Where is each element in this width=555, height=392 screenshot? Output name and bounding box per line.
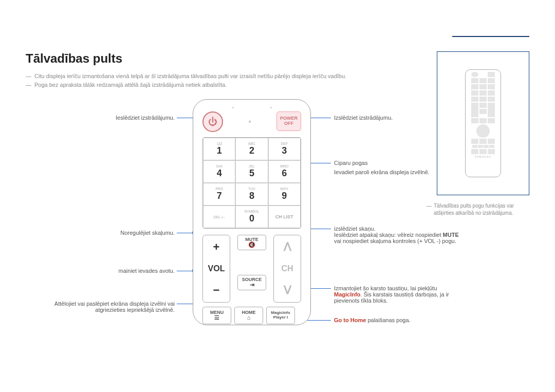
remote-illustration: ⏻ • POWER OFF .QZ1 ABC2 DEF3 GHI4 JKL5 M… bbox=[193, 99, 311, 325]
intro-line1: Citu displeja ierīču izmantošana vienā t… bbox=[34, 72, 346, 81]
num-7-button[interactable]: PRS7 bbox=[203, 183, 235, 206]
mute-icon: 🔇 bbox=[248, 242, 255, 248]
num-0-button[interactable]: SYMBOL0 bbox=[235, 206, 268, 228]
dpad-icon bbox=[476, 124, 490, 138]
power-on-button[interactable]: ⏻ bbox=[202, 111, 223, 132]
leader-line bbox=[177, 233, 192, 233]
zoom-panel: SAMSUNG bbox=[437, 51, 529, 195]
mute-button[interactable]: MUTE 🔇 bbox=[237, 235, 266, 250]
del-button[interactable]: DEL-/-- bbox=[203, 206, 235, 228]
home-button[interactable]: HOME ⌂ bbox=[234, 307, 263, 324]
num-8-button[interactable]: TUV8 bbox=[235, 183, 268, 206]
num-4-button[interactable]: GHI4 bbox=[203, 160, 235, 183]
volume-down-icon: − bbox=[213, 284, 220, 297]
home-icon: ⌂ bbox=[247, 315, 251, 321]
num-9-button[interactable]: WXY9 bbox=[268, 183, 301, 206]
label-home: Go to Home palaišanas poga. bbox=[334, 317, 468, 323]
volume-up-icon: + bbox=[213, 240, 220, 254]
chlist-button[interactable]: CH LIST bbox=[268, 206, 301, 228]
num-6-button[interactable]: MNO6 bbox=[268, 160, 301, 183]
source-button[interactable]: SOURCE ⇥ bbox=[237, 275, 266, 290]
menu-button[interactable]: MENU ☰ bbox=[202, 307, 231, 324]
menu-icon: ☰ bbox=[214, 315, 219, 321]
num-5-button[interactable]: JKL5 bbox=[235, 160, 268, 183]
power-off-button[interactable]: POWER OFF bbox=[276, 111, 301, 131]
channel-rocker[interactable]: ᐱ CH ᐯ bbox=[273, 235, 301, 303]
num-2-button[interactable]: ABC2 bbox=[235, 138, 268, 160]
source-icon: ⇥ bbox=[250, 282, 254, 288]
number-pad: .QZ1 ABC2 DEF3 GHI4 JKL5 MNO6 PRS7 TUV8 … bbox=[202, 137, 301, 229]
label-mute: izslēdziet skaņu. Ieslēdziet atpakaļ ska… bbox=[334, 226, 498, 244]
label-power-on: Ieslēdziet izstrādājumu. bbox=[41, 115, 175, 121]
magicinfo-button[interactable]: MagicInfo Player I bbox=[266, 307, 295, 324]
top-rule bbox=[452, 36, 529, 37]
side-note: ―Tālvadības pults pogu funkcijas var atš… bbox=[427, 202, 519, 217]
brand-label: SAMSUNG bbox=[475, 155, 491, 158]
mini-remote-illustration: SAMSUNG bbox=[465, 69, 501, 177]
leader-line bbox=[177, 271, 192, 271]
intro-line2: Poga bez apraksta tālāk redzamajā attēlā… bbox=[34, 81, 227, 89]
led-icon: • bbox=[245, 111, 255, 132]
label-menu: Attēlojiet vai paslēpiet ekrāna displeja… bbox=[41, 301, 175, 313]
num-1-button[interactable]: .QZ1 bbox=[203, 138, 235, 160]
label-magicinfo: Izmantojiet šo karsto taustiņu, lai piek… bbox=[334, 285, 498, 304]
num-3-button[interactable]: DEF3 bbox=[268, 138, 301, 160]
label-source: mainiet ievades avotu. bbox=[41, 268, 175, 274]
chevron-up-icon: ᐱ bbox=[284, 240, 291, 254]
chevron-down-icon: ᐯ bbox=[284, 284, 291, 297]
label-volume: Noregulējiet skaļumu. bbox=[41, 230, 175, 236]
volume-rocker[interactable]: + VOL − bbox=[202, 235, 230, 303]
